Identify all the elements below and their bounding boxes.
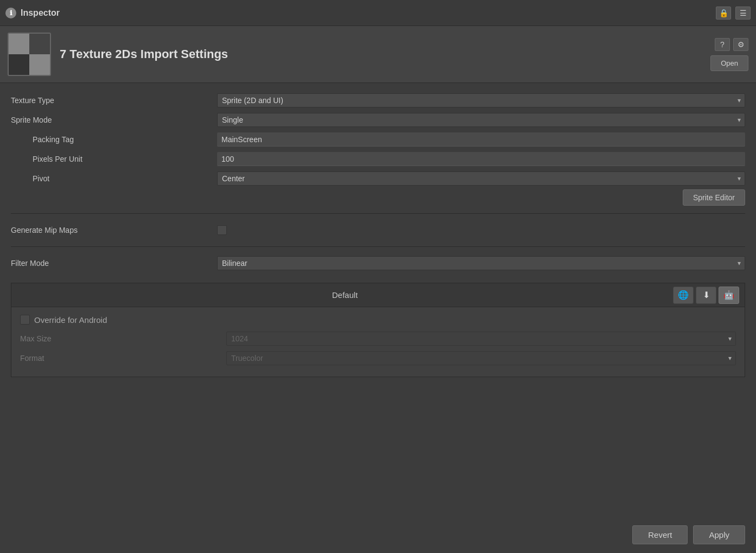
- packing-tag-input[interactable]: [217, 132, 745, 147]
- preview-quad-3: [9, 54, 29, 75]
- title-bar: ℹ Inspector 🔒 ☰: [0, 0, 756, 26]
- tab-icons: 🌐 ⬇ 🤖: [673, 287, 739, 304]
- pixels-per-unit-input[interactable]: [217, 152, 745, 166]
- info-icon: ℹ: [5, 8, 16, 18]
- menu-icon[interactable]: ☰: [735, 7, 751, 20]
- title-bar-left: ℹ Inspector: [5, 8, 60, 18]
- format-row: Format Truecolor Compressed 16 bits ETC …: [20, 349, 736, 367]
- main-content: Texture Type Sprite (2D and UI) Texture …: [0, 83, 756, 386]
- preview-quad-1: [9, 34, 29, 54]
- texture-type-label: Texture Type: [11, 96, 217, 105]
- texture-type-row: Texture Type Sprite (2D and UI) Texture …: [11, 92, 745, 109]
- revert-button[interactable]: Revert: [632, 525, 688, 544]
- default-tab-label: Default: [17, 290, 673, 300]
- override-android-label: Override for Android: [34, 315, 107, 325]
- filter-mode-row: Filter Mode Point (no filter) Bilinear T…: [11, 255, 745, 272]
- android-tab-icon[interactable]: 🤖: [719, 287, 739, 304]
- max-size-select[interactable]: 32 64 128 256 512 1024 2048 4096 8192: [226, 332, 736, 346]
- help-icon[interactable]: ?: [715, 38, 730, 51]
- pivot-select-wrapper: Center Top Left Top Top Right Left Right…: [217, 171, 745, 186]
- divider-1: [11, 213, 745, 214]
- sprite-editor-button[interactable]: Sprite Editor: [683, 189, 745, 206]
- header-section: 7 Texture 2Ds Import Settings ? ⚙ Open: [0, 26, 756, 83]
- open-button[interactable]: Open: [710, 55, 748, 71]
- packing-tag-label: Packing Tag: [11, 135, 217, 144]
- title-bar-right: 🔒 ☰: [716, 7, 751, 20]
- pixels-per-unit-row: Pixels Per Unit: [11, 150, 745, 168]
- generate-mip-maps-row: Generate Mip Maps: [11, 221, 745, 239]
- max-size-label: Max Size: [20, 334, 226, 343]
- gear-icon[interactable]: ⚙: [733, 38, 748, 51]
- texture-type-select[interactable]: Sprite (2D and UI) Texture Normal map Ed…: [217, 93, 745, 107]
- header-title: 7 Texture 2Ds Import Settings: [60, 47, 702, 61]
- lock-icon[interactable]: 🔒: [716, 7, 731, 20]
- header-actions: ? ⚙ Open: [710, 38, 748, 71]
- globe-tab-icon[interactable]: 🌐: [673, 287, 694, 304]
- filter-mode-label: Filter Mode: [11, 259, 217, 268]
- inspector-title: Inspector: [21, 8, 60, 18]
- filter-mode-select-wrapper: Point (no filter) Bilinear Trilinear ▾: [217, 256, 745, 270]
- tabs-section: Default 🌐 ⬇ 🤖 Override for Android Max S…: [11, 283, 745, 377]
- texture-type-select-wrapper: Sprite (2D and UI) Texture Normal map Ed…: [217, 93, 745, 107]
- max-size-select-wrapper: 32 64 128 256 512 1024 2048 4096 8192 ▾: [226, 332, 736, 346]
- pivot-select[interactable]: Center Top Left Top Top Right Left Right…: [217, 171, 745, 186]
- sprite-editor-row: Sprite Editor: [11, 189, 745, 206]
- override-android-checkbox[interactable]: [20, 315, 30, 325]
- header-icons: ? ⚙: [715, 38, 748, 51]
- pixels-per-unit-label: Pixels Per Unit: [11, 155, 217, 163]
- format-select[interactable]: Truecolor Compressed 16 bits ETC Compres…: [226, 351, 736, 365]
- sprite-mode-label: Sprite Mode: [11, 116, 217, 124]
- preview-quad-2: [29, 34, 50, 54]
- override-android-row: Override for Android: [20, 315, 736, 325]
- apply-button[interactable]: Apply: [693, 525, 745, 544]
- pivot-label: Pivot: [11, 174, 217, 183]
- tabs-content: Override for Android Max Size 32 64 128 …: [11, 307, 745, 377]
- sprite-mode-select-wrapper: Single Multiple Polygon ▾: [217, 113, 745, 127]
- sprite-mode-select[interactable]: Single Multiple Polygon: [217, 113, 745, 127]
- footer: Revert Apply: [0, 517, 756, 553]
- download-tab-icon[interactable]: ⬇: [696, 287, 716, 304]
- generate-mip-maps-checkbox-wrapper: [217, 225, 227, 235]
- filter-mode-select[interactable]: Point (no filter) Bilinear Trilinear: [217, 256, 745, 270]
- format-select-wrapper: Truecolor Compressed 16 bits ETC Compres…: [226, 351, 736, 365]
- packing-tag-row: Packing Tag: [11, 131, 745, 148]
- divider-2: [11, 246, 745, 247]
- generate-mip-maps-label: Generate Mip Maps: [11, 226, 217, 234]
- pivot-row: Pivot Center Top Left Top Top Right Left…: [11, 170, 745, 187]
- format-label: Format: [20, 354, 226, 363]
- generate-mip-maps-checkbox[interactable]: [217, 225, 227, 235]
- preview-quad-4: [29, 54, 50, 75]
- sprite-mode-row: Sprite Mode Single Multiple Polygon ▾: [11, 111, 745, 129]
- tabs-bar: Default 🌐 ⬇ 🤖: [11, 283, 745, 307]
- max-size-row: Max Size 32 64 128 256 512 1024 2048 409…: [20, 330, 736, 347]
- texture-preview: [8, 33, 51, 76]
